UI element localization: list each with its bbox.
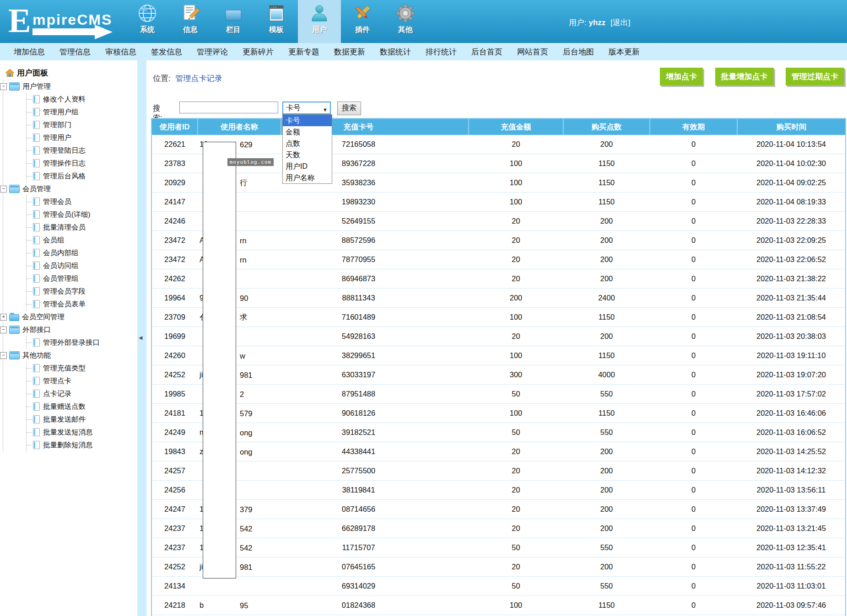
manage-expired-card-button[interactable]: 管理过期点卡 [786, 68, 844, 86]
sidebar-item-会员访问组[interactable]: 会员访问组 [27, 259, 137, 272]
sidebar-item-修改个人资料[interactable]: 修改个人资料 [27, 93, 137, 106]
collapse-box-icon[interactable]: − [0, 186, 7, 193]
cell-validity: 0 [650, 500, 737, 519]
sidebar-group-外部接口[interactable]: −外部接口 [0, 323, 137, 336]
window-icon [9, 351, 20, 359]
sidebar-group-label: 其他功能 [22, 351, 51, 360]
sidebar-item-管理操作日志[interactable]: 管理操作日志 [27, 157, 137, 170]
nav-item-管理评论[interactable]: 管理评论 [197, 47, 228, 57]
location-link[interactable]: 管理点卡记录 [175, 74, 222, 83]
dropdown-option-点数[interactable]: 点数 [283, 138, 332, 149]
top-tab-other[interactable]: 其他 [384, 0, 427, 43]
cell-validity: 0 [650, 308, 737, 327]
main-content: 位置: 管理点卡记录 增加点卡 批量增加点卡 管理过期点卡 搜索: 卡号 ▼ 搜… [146, 60, 847, 616]
sidebar-item-会员内部组[interactable]: 会员内部组 [27, 246, 137, 259]
nav-item-后台首页[interactable]: 后台首页 [471, 47, 502, 57]
batch-add-card-button[interactable]: 批量增加点卡 [715, 68, 774, 86]
cell-purchase-time: 2020-11-03 12:35:41 [737, 538, 845, 557]
nav-item-数据更新[interactable]: 数据更新 [334, 47, 365, 57]
sidebar-item-管理充值类型[interactable]: 管理充值类型 [27, 362, 137, 375]
sidebar-group-会员空间管理[interactable]: +会员空间管理 [0, 311, 137, 323]
search-type-select[interactable]: 卡号 ▼ [282, 102, 331, 114]
sidebar-item-管理用户组[interactable]: 管理用户组 [27, 106, 137, 118]
nav-item-数据统计[interactable]: 数据统计 [380, 47, 411, 57]
cell-points: 200 [563, 135, 650, 154]
cell-user-id: 19699 [152, 327, 198, 346]
sidebar-item-管理用户[interactable]: 管理用户 [27, 131, 137, 144]
dropdown-option-天数[interactable]: 天数 [283, 149, 332, 161]
collapse-sidebar-arrow[interactable]: ◀ [139, 335, 142, 341]
top-tab-template[interactable]: 模板 [255, 0, 298, 43]
sidebar-item-管理登陆日志[interactable]: 管理登陆日志 [27, 144, 137, 157]
sidebar-item-管理后台风格[interactable]: 管理后台风格 [27, 170, 137, 182]
sidebar-group-会员管理[interactable]: −会员管理 [0, 182, 137, 195]
sidebar-group-其他功能[interactable]: −其他功能 [0, 349, 137, 362]
sidebar-item-批量发送邮件[interactable]: 批量发送邮件 [27, 413, 137, 426]
top-tab-system[interactable]: 系统 [126, 0, 169, 43]
sidebar-item-label: 批量删除短消息 [43, 440, 93, 450]
cell-user-id: 24247 [152, 500, 198, 519]
dropdown-option-卡号[interactable]: 卡号 [283, 115, 332, 126]
cell-validity: 0 [650, 423, 737, 442]
cell-user-name [198, 577, 281, 596]
add-card-button[interactable]: 增加点卡 [660, 68, 703, 86]
nav-item-审核信息[interactable]: 审核信息 [105, 47, 136, 57]
dropdown-option-金额[interactable]: 金额 [283, 126, 332, 138]
name-fragment-right: 542 [240, 543, 253, 552]
nav-item-更新碎片[interactable]: 更新碎片 [243, 47, 274, 57]
collapse-box-icon[interactable]: − [0, 83, 7, 90]
sidebar-item-管理点卡[interactable]: 管理点卡 [27, 375, 137, 387]
nav-item-网站首页[interactable]: 网站首页 [517, 47, 548, 57]
cell-user-id: 24249 [152, 423, 198, 442]
sidebar-item-会员组[interactable]: 会员组 [27, 234, 137, 246]
sidebar-item-会员管理组[interactable]: 会员管理组 [27, 272, 137, 285]
top-tab-plugin[interactable]: 插件 [341, 0, 384, 43]
sidebar-item-批量发送短消息[interactable]: 批量发送短消息 [27, 426, 137, 439]
sidebar-item-批量删除短消息[interactable]: 批量删除短消息 [27, 439, 137, 451]
nav-item-管理信息[interactable]: 管理信息 [59, 47, 91, 57]
document-icon [33, 262, 40, 270]
cell-card-number: 38119841 [281, 481, 469, 500]
svg-text:E: E [8, 2, 31, 39]
sidebar-item-点卡记录[interactable]: 点卡记录 [27, 387, 137, 400]
cell-user-id: 19843 [152, 442, 198, 461]
nav-item-排行统计[interactable]: 排行统计 [426, 47, 457, 57]
collapse-box-icon[interactable]: − [0, 327, 7, 333]
top-tab-info[interactable]: 信息 [169, 0, 212, 43]
sidebar-item-管理会员字段[interactable]: 管理会员字段 [27, 285, 137, 298]
cell-amount: 50 [469, 385, 563, 404]
sidebar-item-批量清理会员[interactable]: 批量清理会员 [27, 221, 137, 234]
sidebar-item-label: 管理操作日志 [43, 159, 86, 168]
sidebar-group-用户管理[interactable]: −用户管理 [0, 80, 137, 93]
sidebar-item-管理会员(详细)[interactable]: 管理会员(详细) [27, 208, 137, 221]
cell-card-number: 39182521 [281, 423, 469, 442]
cell-amount: 200 [469, 289, 563, 308]
cell-points: 550 [563, 538, 650, 557]
search-input[interactable] [179, 102, 278, 113]
nav-item-增加信息[interactable]: 增加信息 [14, 47, 45, 57]
sidebar-item-管理会员[interactable]: 管理会员 [27, 195, 137, 208]
collapse-box-icon[interactable]: − [0, 352, 7, 359]
sidebar-item-管理外部登录接口[interactable]: 管理外部登录接口 [27, 336, 137, 349]
top-tab-user[interactable]: 用户 [298, 0, 341, 43]
nav-item-签发信息[interactable]: 签发信息 [151, 47, 182, 57]
cell-card-number: 87951488 [281, 385, 469, 404]
search-button[interactable]: 搜索 [337, 102, 361, 115]
empirecms-logo: E mpireCMS [6, 2, 125, 41]
logout-link[interactable]: [退出] [610, 18, 630, 27]
top-tab-bar: 系统 信息 [126, 0, 427, 43]
cell-purchase-time: 2020-11-04 10:13:54 [737, 135, 845, 154]
sidebar-item-批量赠送点数[interactable]: 批量赠送点数 [27, 400, 137, 413]
cell-validity: 0 [650, 404, 737, 423]
nav-item-版本更新[interactable]: 版本更新 [609, 47, 640, 57]
top-tab-columns[interactable]: 栏目 [212, 0, 255, 43]
cell-points: 200 [563, 212, 650, 231]
sidebar-group-children: 管理充值类型管理点卡点卡记录批量赠送点数批量发送邮件批量发送短消息批量删除短消息 [26, 362, 137, 451]
nav-item-后台地图[interactable]: 后台地图 [563, 47, 594, 57]
expand-box-icon[interactable]: + [0, 314, 7, 321]
dropdown-option-用户ID[interactable]: 用户ID [283, 161, 332, 172]
sidebar-item-管理部门[interactable]: 管理部门 [27, 118, 137, 131]
dropdown-option-用户名称[interactable]: 用户名称 [283, 172, 332, 183]
nav-item-更新专题[interactable]: 更新专题 [288, 47, 319, 57]
sidebar-item-管理会员表单[interactable]: 管理会员表单 [27, 298, 137, 311]
